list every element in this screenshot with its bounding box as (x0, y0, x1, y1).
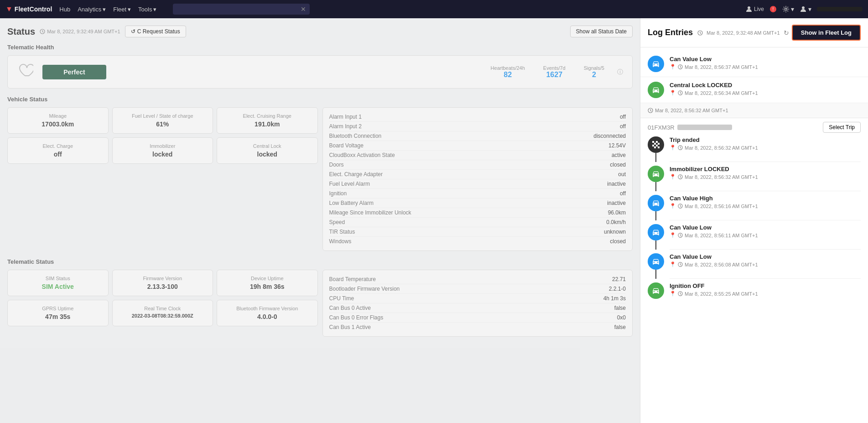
select-trip-button[interactable]: Select Trip (823, 122, 861, 133)
car-icon-green (648, 82, 664, 98)
timeline-icon (648, 253, 664, 270)
timeline-meta: 📍 Mar 8, 2022, 8:56:11 AM GMT+1 (670, 232, 861, 238)
brand-logo[interactable]: ▼ FleetControl (5, 5, 52, 13)
mileage-card: Mileage 17003.0km (7, 107, 109, 134)
rtc-card: Real Time Clock 2022-03-08T08:32:59.000Z (112, 300, 213, 326)
health-status-badge: Perfect (42, 65, 106, 79)
action-button[interactable] (817, 7, 863, 11)
settings-icon[interactable]: ▾ (782, 5, 794, 13)
page-title: Status (7, 26, 35, 37)
svg-point-3 (785, 8, 787, 10)
location-pin-icon: 📍 (670, 64, 676, 70)
svg-rect-23 (654, 146, 656, 148)
table-value: active (612, 152, 626, 158)
nav-fleet[interactable]: Fleet ▾ (113, 6, 131, 13)
log-entry-content: Can Value Low 📍 Mar 8, 2022, 8:56:37 AM … (670, 56, 861, 70)
trip-separator: Mar 8, 2022, 8:56:32 AM GMT+1 (640, 103, 868, 118)
search-clear-icon[interactable]: ✕ (301, 5, 306, 13)
timeline-content: Can Value High 📍 Mar 8, 2022, 8:56:16 AM… (670, 191, 861, 220)
account-chevron: ▾ (808, 5, 811, 13)
timeline-title: Can Value High (670, 195, 861, 202)
timeline-content: Immobilizer LOCKED 📍 Mar 8, 2022, 8:56:3… (670, 162, 861, 191)
show-fleet-log-button[interactable]: Show in Fleet Log (792, 25, 861, 41)
svg-rect-11 (654, 141, 656, 143)
svg-rect-21 (658, 145, 660, 146)
table-label: Can Bus 1 Active (329, 324, 371, 330)
table-row: Windowsclosed (329, 237, 626, 246)
request-status-button[interactable]: ↺ C Request Status (125, 26, 186, 37)
central-lock-card: Central Lock locked (217, 137, 318, 164)
immobilizer-card: Immobilizer locked (112, 137, 213, 164)
timeline-connector (648, 250, 664, 279)
notification-icon[interactable]: ! (769, 5, 777, 13)
svg-rect-20 (656, 145, 658, 146)
timeline-item: Immobilizer LOCKED 📍 Mar 8, 2022, 8:56:3… (648, 162, 861, 191)
log-panel: Log Entries Mar 8, 2022, 9:32:48 AM GMT+… (640, 18, 868, 423)
telematic-health-card: Perfect Heartbeats/24h 82 Events/7d 1627… (7, 55, 633, 89)
svg-rect-24 (656, 146, 658, 148)
timeline-meta: 📍 Mar 8, 2022, 8:56:16 AM GMT+1 (670, 203, 861, 209)
svg-point-0 (748, 6, 750, 9)
timeline-item: Can Value Low 📍 Mar 8, 2022, 8:56:08 AM … (648, 250, 861, 279)
timeline-title: Immobilizer LOCKED (670, 166, 861, 172)
user-icon[interactable]: Live (745, 5, 764, 13)
timeline-content: Trip ended 📍 Mar 8, 2022, 8:56:32 AM GMT… (670, 133, 861, 162)
firmware-card: Firmware Version 2.13.3-100 (112, 270, 213, 296)
location-pin-icon: 📍 (670, 174, 676, 180)
table-value: inactive (607, 181, 626, 187)
table-row: Low Battery Alarminactive (329, 198, 626, 208)
log-panel-title: Log Entries (648, 28, 693, 37)
heartbeats-stat: Heartbeats/24h 82 (491, 65, 525, 79)
timeline-title: Can Value Low (670, 253, 861, 260)
settings-chevron: ▾ (791, 5, 794, 13)
timeline-content: Ignition OFF 📍 Mar 8, 2022, 8:55:25 AM G… (670, 279, 861, 300)
nav-tools[interactable]: Tools ▾ (138, 6, 156, 13)
table-row: CPU Time4h 1m 3s (329, 294, 626, 303)
svg-rect-13 (658, 141, 660, 143)
nav-links: Hub Analytics ▾ Fleet ▾ Tools ▾ (59, 6, 156, 13)
svg-rect-22 (652, 146, 654, 148)
table-value: 12.54V (608, 142, 626, 149)
table-label: Ignition (329, 190, 347, 197)
chevron-down-icon: ▾ (103, 6, 106, 13)
location-pin-icon: 📍 (670, 90, 676, 96)
table-value: off (620, 190, 626, 197)
nav-hub[interactable]: Hub (59, 6, 70, 13)
log-header-meta: Mar 8, 2022, 9:32:48 AM GMT+1 ↻ (697, 29, 789, 37)
info-icon[interactable]: ⓘ (617, 68, 623, 76)
trip-vehicle-id: 01FXM3R (648, 124, 732, 131)
table-label: Alarm Input 1 (329, 114, 362, 120)
table-label: Elect. Charge Adapter (329, 171, 383, 178)
table-label: Fuel Level Alarm (329, 181, 370, 187)
table-value: disconnected (593, 133, 626, 139)
refresh-icon: ↺ (131, 28, 135, 35)
topnav: ▼ FleetControl Hub Analytics ▾ Fleet ▾ T… (0, 0, 868, 18)
svg-rect-12 (656, 141, 658, 143)
table-label: Can Bus 0 Active (329, 305, 371, 311)
svg-point-4 (802, 6, 805, 9)
vehicle-status-title: Vehicle Status (7, 96, 633, 103)
timeline-connector (648, 191, 664, 220)
svg-rect-16 (656, 143, 658, 145)
vehicle-right-table: Alarm Input 1offAlarm Input 2offBluetoot… (322, 107, 633, 251)
table-value: inactive (607, 200, 626, 206)
table-row: Mileage Since Immobilizer Unlock96.0km (329, 208, 626, 218)
brand-chevron: ▼ (5, 5, 13, 13)
svg-rect-10 (652, 141, 654, 143)
log-entry-meta: 📍 Mar 8, 2022, 8:56:37 AM GMT+1 (670, 64, 861, 70)
table-row: Bluetooth Connectiondisconnected (329, 131, 626, 141)
log-refresh-icon[interactable]: ↻ (784, 29, 789, 37)
timeline-item: Can Value Low 📍 Mar 8, 2022, 8:56:11 AM … (648, 220, 861, 250)
table-row: Fuel Level Alarminactive (329, 179, 626, 189)
show-all-status-button[interactable]: Show all Status Date (570, 26, 633, 37)
table-value: false (614, 305, 626, 311)
bt-firmware-card: Bluetooth Firmware Version 4.0.0-0 (217, 300, 318, 326)
nav-analytics[interactable]: Analytics ▾ (78, 6, 106, 13)
account-icon[interactable]: ▾ (800, 5, 811, 13)
timeline-connector (648, 220, 664, 250)
search-input[interactable] (173, 4, 310, 15)
table-row: Elect. Charge Adapterout (329, 170, 626, 179)
list-item: Central Lock LOCKED 📍 Mar 8, 2022, 8:56:… (640, 77, 868, 103)
car-icon-blue (648, 56, 664, 72)
status-timestamp: Mar 8, 2022, 9:32:49 AM GMT+1 (40, 29, 120, 34)
